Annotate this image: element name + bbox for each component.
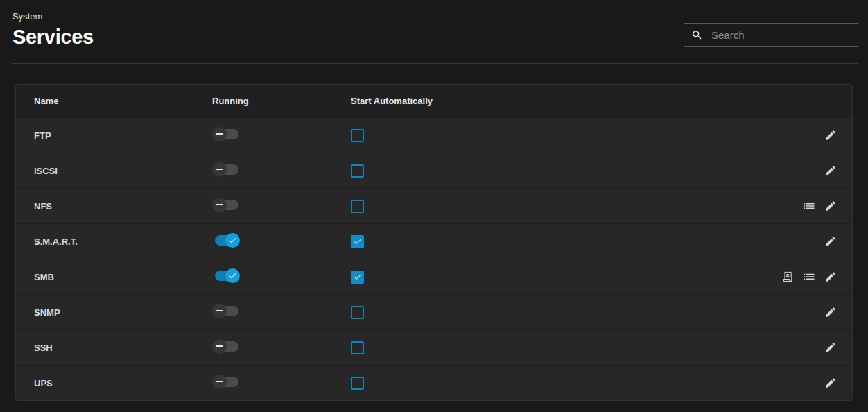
running-toggle[interactable] bbox=[212, 233, 240, 248]
table-row: S.M.A.R.T. bbox=[16, 223, 852, 259]
start-auto-checkbox[interactable] bbox=[351, 164, 364, 178]
page-header: System Services bbox=[0, 0, 868, 49]
row-actions bbox=[824, 341, 837, 354]
table-body: FTP iSCSI bbox=[16, 117, 852, 400]
service-name: S.M.A.R.T. bbox=[34, 237, 212, 247]
toggle-knob bbox=[212, 375, 227, 389]
checkmark-icon bbox=[228, 236, 237, 245]
minus-dash-icon bbox=[216, 310, 223, 311]
toggle-knob bbox=[212, 198, 227, 212]
start-auto-checkbox[interactable] bbox=[351, 377, 364, 390]
edit-pencil-icon[interactable] bbox=[824, 341, 837, 354]
column-header-name: Name bbox=[34, 96, 212, 106]
running-toggle[interactable] bbox=[212, 339, 240, 354]
toggle-knob bbox=[225, 233, 240, 248]
start-auto-checkbox[interactable] bbox=[351, 271, 364, 284]
toggle-knob bbox=[212, 339, 227, 354]
edit-pencil-icon[interactable] bbox=[824, 235, 837, 248]
row-actions bbox=[824, 377, 837, 389]
row-actions bbox=[802, 199, 837, 213]
service-name: UPS bbox=[34, 378, 212, 388]
column-header-running: Running bbox=[212, 96, 351, 106]
table-header-row: Name Running Start Automatically bbox=[16, 85, 852, 117]
start-auto-checkbox[interactable] bbox=[351, 341, 364, 354]
receipt-icon[interactable] bbox=[781, 271, 794, 283]
minus-dash-icon bbox=[216, 345, 223, 347]
table-row: FTP bbox=[16, 117, 852, 153]
start-auto-checkbox[interactable] bbox=[351, 200, 364, 213]
service-name: SSH bbox=[34, 343, 212, 353]
services-table: Name Running Start Automatically FTP bbox=[15, 84, 853, 401]
minus-dash-icon bbox=[216, 133, 223, 135]
minus-dash-icon bbox=[216, 204, 223, 205]
edit-pencil-icon[interactable] bbox=[824, 377, 837, 389]
service-name: FTP bbox=[34, 130, 212, 141]
edit-pencil-icon[interactable] bbox=[824, 129, 837, 141]
service-name: NFS bbox=[34, 201, 212, 212]
running-toggle[interactable] bbox=[212, 304, 240, 318]
start-auto-checkbox[interactable] bbox=[351, 235, 364, 248]
edit-pencil-icon[interactable] bbox=[824, 306, 837, 318]
toggle-knob bbox=[212, 162, 227, 177]
service-name: SMB bbox=[34, 272, 212, 282]
minus-dash-icon bbox=[216, 169, 223, 170]
row-actions bbox=[824, 129, 837, 141]
checkmark-icon bbox=[228, 271, 237, 280]
running-toggle[interactable] bbox=[212, 198, 240, 212]
toggle-knob bbox=[225, 268, 240, 283]
list-icon[interactable] bbox=[802, 199, 816, 213]
service-name: iSCSI bbox=[34, 166, 212, 176]
running-toggle[interactable] bbox=[212, 162, 240, 177]
row-actions bbox=[824, 164, 837, 177]
header-divider bbox=[12, 63, 858, 64]
toggle-knob bbox=[212, 304, 227, 318]
search-box[interactable] bbox=[684, 23, 858, 47]
minus-dash-icon bbox=[216, 381, 223, 382]
row-actions bbox=[781, 270, 837, 284]
start-auto-checkbox[interactable] bbox=[351, 306, 364, 319]
running-toggle[interactable] bbox=[212, 375, 240, 389]
service-name: SNMP bbox=[34, 307, 212, 318]
toggle-knob bbox=[212, 127, 227, 141]
list-icon[interactable] bbox=[802, 270, 816, 284]
table-row: iSCSI bbox=[16, 153, 852, 188]
table-row: SSH bbox=[16, 329, 852, 365]
row-actions bbox=[824, 306, 837, 318]
running-toggle[interactable] bbox=[212, 127, 240, 141]
search-input[interactable] bbox=[711, 29, 851, 41]
table-row: UPS bbox=[16, 365, 852, 400]
table-row: NFS bbox=[16, 188, 852, 223]
checkmark-icon bbox=[353, 272, 363, 282]
start-auto-checkbox[interactable] bbox=[351, 129, 364, 142]
column-header-start-automatically: Start Automatically bbox=[351, 96, 837, 106]
table-row: SMB bbox=[16, 259, 852, 294]
edit-pencil-icon[interactable] bbox=[824, 271, 837, 283]
breadcrumb-system[interactable]: System bbox=[12, 11, 42, 22]
row-actions bbox=[824, 235, 837, 248]
table-row: SNMP bbox=[16, 294, 852, 329]
checkmark-icon bbox=[353, 237, 363, 246]
edit-pencil-icon[interactable] bbox=[824, 200, 837, 212]
running-toggle[interactable] bbox=[212, 268, 240, 283]
edit-pencil-icon[interactable] bbox=[824, 164, 837, 177]
search-icon bbox=[691, 29, 703, 41]
